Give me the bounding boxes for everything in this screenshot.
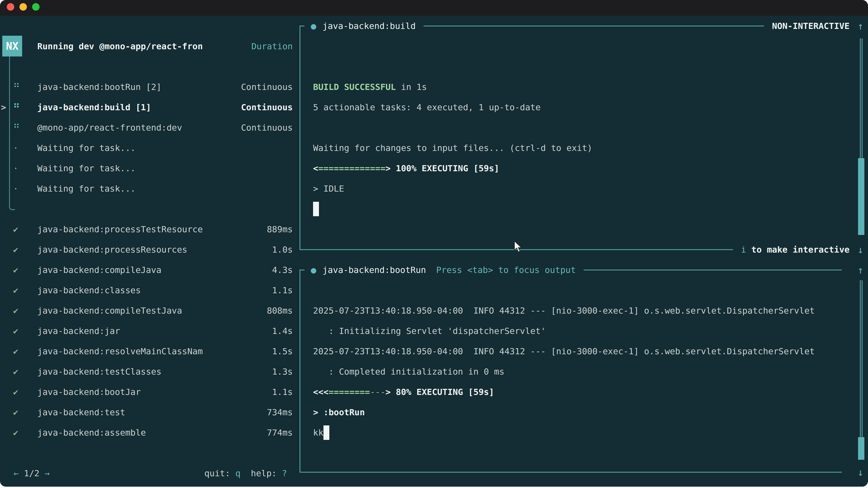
next-page-arrow[interactable]: →	[44, 468, 50, 478]
build-scrollbar-track[interactable]	[860, 38, 863, 158]
table-row[interactable]: ✔ java-backend:processTestResource 889ms	[0, 219, 300, 239]
waiting-dot-icon: ·	[13, 184, 27, 194]
scroll-up-icon[interactable]: ↑	[858, 264, 864, 276]
output-line: BUILD SUCCESSFUL in 1s	[313, 77, 852, 97]
table-row[interactable]: · Waiting for task...	[0, 158, 300, 178]
task-duration: 1.1s	[272, 387, 293, 397]
mouse-cursor	[514, 240, 523, 253]
table-row-selected[interactable]: ⠛ java-backend:build [1] Continuous	[0, 97, 300, 118]
output-line: : Initializing Servlet 'dispatcherServle…	[313, 321, 852, 341]
task-duration: 4.3s	[272, 265, 293, 275]
titlebar	[0, 0, 868, 16]
pager: ← 1/2 →	[13, 468, 50, 478]
task-name: java-backend:processResources	[37, 245, 187, 255]
build-panel-header: ● java-backend:build NON-INTERACTIVE ↑	[300, 16, 864, 36]
table-row[interactable]: · Waiting for task...	[0, 178, 300, 199]
bar-dashes: ---	[370, 387, 385, 397]
build-status: BUILD SUCCESSFUL	[313, 82, 396, 92]
task-name: Waiting for task...	[37, 184, 135, 194]
progress-bar-line: <=============> 100% EXECUTING [59s]	[313, 158, 852, 178]
panel-title: java-backend:bootRun	[322, 265, 426, 275]
table-row[interactable]: ⠛ java-backend:bootRun [2] Continuous	[0, 77, 300, 97]
check-icon: ✔	[13, 387, 27, 397]
scroll-down-icon[interactable]: ↓	[858, 244, 864, 256]
check-icon: ✔	[13, 265, 27, 275]
check-icon: ✔	[13, 306, 27, 316]
task-name: java-backend:compileJava	[37, 265, 161, 275]
prev-page-arrow[interactable]: ←	[13, 468, 19, 478]
table-row[interactable]: ⠛ @mono-app/react-frontend:dev Continuou…	[0, 118, 300, 138]
check-icon: ✔	[13, 346, 27, 356]
check-icon: ✔	[13, 408, 27, 417]
table-row[interactable]: ✔ java-backend:resolveMainClassNam 1.5s	[0, 341, 300, 361]
border-stub	[300, 26, 305, 26]
page-indicator: 1/2	[24, 468, 39, 478]
terminal-cursor	[313, 202, 319, 216]
spinner-icon: ⠛	[13, 102, 27, 112]
table-row[interactable]: ✔ java-backend:compileTestJava 808ms	[0, 300, 300, 321]
check-icon: ✔	[13, 224, 27, 234]
task-name: java-backend:classes	[37, 285, 141, 295]
scroll-up-icon[interactable]: ↑	[858, 20, 864, 32]
minimize-window-button[interactable]	[20, 3, 27, 11]
close-window-button[interactable]	[7, 3, 14, 11]
table-row[interactable]: ✔ java-backend:testClasses 1.3s	[0, 361, 300, 382]
quit-key[interactable]: q	[235, 468, 241, 478]
focus-output-hint[interactable]: Press <tab> to focus output	[436, 265, 576, 275]
bootrun-panel-footer: ↓	[300, 462, 864, 482]
task-name: Waiting for task...	[37, 163, 135, 173]
bar-close: >	[385, 387, 391, 397]
bar-label: 80% EXECUTING [59s]	[391, 387, 494, 397]
table-row[interactable]: ✔ java-backend:classes 1.1s	[0, 280, 300, 300]
task-name: Waiting for task...	[37, 143, 135, 153]
table-row[interactable]: ✔ java-backend:assemble 774ms	[0, 422, 300, 443]
table-row[interactable]: ✔ java-backend:bootJar 1.1s	[0, 382, 300, 402]
task-duration: 1.5s	[272, 346, 293, 356]
task-duration: 1.3s	[272, 367, 293, 377]
task-duration: Continuous	[241, 102, 293, 112]
cursor-line	[313, 199, 852, 219]
task-duration: 774ms	[267, 428, 293, 437]
build-output-panel: ● java-backend:build NON-INTERACTIVE ↑ B…	[300, 26, 852, 250]
check-icon: ✔	[13, 367, 27, 377]
bar-open: <	[313, 163, 318, 173]
task-name: java-backend:processTestResource	[37, 224, 203, 234]
help-label: help:	[241, 468, 282, 478]
output-line	[313, 57, 852, 77]
task-list-pane: NX > Running dev @mono-app/react-fron Du…	[0, 16, 300, 487]
scroll-down-icon[interactable]: ↓	[858, 466, 864, 478]
output-line: > :bootRun	[313, 402, 852, 422]
task-rows: Running dev @mono-app/react-fron Duratio…	[0, 36, 300, 443]
bar-fill: =============	[318, 163, 385, 173]
output-line: 5 actionable tasks: 4 executed, 1 up-to-…	[313, 97, 852, 118]
bootrun-scrollbar-track[interactable]	[860, 280, 863, 437]
spinner-icon: ⠛	[13, 123, 27, 133]
build-scrollbar-thumb[interactable]	[858, 158, 864, 235]
terminal-window: NX > Running dev @mono-app/react-fron Du…	[0, 0, 868, 487]
zoom-window-button[interactable]	[32, 3, 39, 11]
border-stub	[300, 269, 305, 270]
table-row[interactable]: ✔ java-backend:processResources 1.0s	[0, 239, 300, 260]
bar-open: <<<	[313, 387, 329, 397]
check-icon: ✔	[13, 245, 27, 255]
table-row[interactable]: · Waiting for task...	[0, 138, 300, 158]
output-line: : Completed initialization in 0 ms	[313, 361, 852, 382]
bootrun-panel-header: ● java-backend:bootRun Press <tab> to fo…	[300, 260, 864, 280]
build-time: in 1s	[396, 82, 427, 92]
table-row[interactable]: ✔ java-backend:jar 1.4s	[0, 321, 300, 341]
interactive-hint-text: to make interactive	[746, 245, 850, 255]
non-interactive-badge: NON-INTERACTIVE	[772, 21, 849, 31]
table-row[interactable]: ✔ java-backend:test 734ms	[0, 402, 300, 422]
bootrun-scrollbar-thumb[interactable]	[858, 437, 864, 460]
task-name: java-backend:compileTestJava	[37, 306, 182, 316]
check-icon: ✔	[13, 285, 27, 295]
table-row[interactable]: ✔ java-backend:compileJava 4.3s	[0, 260, 300, 280]
list-footer: ← 1/2 → quit: q help: ?	[0, 463, 300, 484]
list-title: Running dev @mono-app/react-fron	[37, 41, 203, 51]
footer-rule	[300, 472, 842, 473]
interactive-hint-key[interactable]: i	[741, 245, 746, 255]
help-key[interactable]: ?	[282, 468, 287, 478]
output-line: Waiting for changes to input files... (c…	[313, 138, 852, 158]
input-line[interactable]: kk	[313, 422, 852, 443]
bar-label: 100% EXECUTING [59s]	[391, 163, 499, 173]
